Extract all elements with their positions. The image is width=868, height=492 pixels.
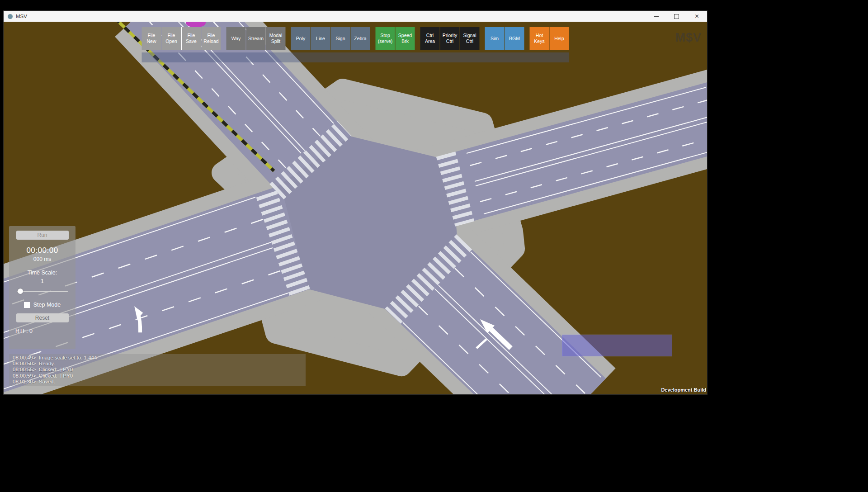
toolbar-button-priority-ctrl[interactable]: Priority Ctrl xyxy=(440,27,460,50)
log-line: 08:00:49> Image scale set to: 1.444 xyxy=(13,355,302,361)
step-mode-label: Step Mode xyxy=(33,302,61,308)
step-mode-row: Step Mode xyxy=(24,302,61,308)
toolbar-button-stop-serve[interactable]: Stop (serve) xyxy=(376,27,395,50)
toolbar-button-bgm[interactable]: BGM xyxy=(505,27,524,50)
toolbar-button-poly[interactable]: Poly xyxy=(291,27,311,50)
toolbar-group-mode: Way Stream Modal Split xyxy=(226,27,286,50)
toolbar-button-file-reload[interactable]: File Reload xyxy=(202,27,221,50)
time-scale-value: 1 xyxy=(41,278,44,284)
step-mode-checkbox[interactable] xyxy=(24,302,30,308)
development-build-label: Development Build xyxy=(661,387,706,393)
toolbar-button-sim[interactable]: Sim xyxy=(485,27,505,50)
toolbar-group-control: Ctrl Area Priority Ctrl Signal Ctrl xyxy=(420,27,480,50)
toolbar-group-draw: Poly Line Sign Zebra xyxy=(291,27,370,50)
log-line: 08:00:50> Ready. xyxy=(13,361,302,367)
toolbar-group-help: Hot Keys Help xyxy=(530,27,569,50)
viewport: File New File Open File Save File Reload… xyxy=(4,22,707,394)
sim-control-panel: Run 00:00:00 000 ms Time Scale: 1 Step M… xyxy=(9,226,75,349)
console-log: 08:00:49> Image scale set to: 1.444 08:0… xyxy=(9,354,306,386)
time-scale-label: Time Scale: xyxy=(28,270,57,276)
toolbar-button-speed-brk[interactable]: Speed Brk xyxy=(396,27,415,50)
run-button[interactable]: Run xyxy=(16,231,69,240)
toolbar-group-traffic: Stop (serve) Speed Brk xyxy=(376,27,415,50)
toolbar-button-ctrl-area[interactable]: Ctrl Area xyxy=(420,27,440,50)
toolbar-button-zebra[interactable]: Zebra xyxy=(351,27,370,50)
window-title: MSV xyxy=(16,14,27,19)
app-icon xyxy=(8,14,13,19)
log-line: 08:01:30> Saved. xyxy=(13,379,302,385)
rtf-readout: RTF: 0 xyxy=(15,328,33,334)
toolbar-button-modal-split[interactable]: Modal Split xyxy=(266,27,286,50)
titlebar: MSV ✕ xyxy=(4,11,707,22)
toolbar-button-file-open[interactable]: File Open xyxy=(162,27,181,50)
msv-logo: M$V xyxy=(675,31,702,45)
window-controls: ✕ xyxy=(646,11,707,22)
time-scale-slider[interactable] xyxy=(17,288,68,294)
toolbar-cursor-line xyxy=(181,27,182,50)
toolbar-button-file-new[interactable]: File New xyxy=(142,27,161,50)
toolbar-group-sim: Sim BGM xyxy=(485,27,524,50)
minimize-icon xyxy=(654,16,659,17)
selection-rectangle xyxy=(562,335,672,356)
toolbar-button-line[interactable]: Line xyxy=(311,27,330,50)
close-button[interactable]: ✕ xyxy=(687,11,707,22)
toolbar-button-stream[interactable]: Stream xyxy=(246,27,266,50)
sim-milliseconds: 000 ms xyxy=(33,256,51,262)
main-toolbar: File New File Open File Save File Reload… xyxy=(142,27,569,50)
slider-thumb[interactable] xyxy=(18,289,23,294)
toolbar-button-way[interactable]: Way xyxy=(226,27,246,50)
toolbar-button-signal-ctrl[interactable]: Signal Ctrl xyxy=(460,27,480,50)
desktop-background: MSV ✕ xyxy=(0,0,868,492)
toolbar-button-hot-keys[interactable]: Hot Keys xyxy=(530,27,549,50)
maximize-icon xyxy=(674,14,679,19)
log-line: 08:00:55> Clicked: | PY0 xyxy=(13,367,302,373)
toolbar-button-sign[interactable]: Sign xyxy=(331,27,350,50)
slider-track xyxy=(17,291,68,292)
maximize-button[interactable] xyxy=(666,11,687,22)
msv-window: MSV ✕ xyxy=(4,11,707,394)
toolbar-underlay xyxy=(142,52,569,62)
toolbar-button-help[interactable]: Help xyxy=(550,27,569,50)
minimize-button[interactable] xyxy=(646,11,666,22)
reset-button[interactable]: Reset xyxy=(16,313,69,322)
sim-clock: 00:00:00 xyxy=(26,246,58,255)
log-line: 08:00:59> Clicked: | PY0 xyxy=(13,373,302,379)
toolbar-button-file-save[interactable]: File Save xyxy=(182,27,201,50)
